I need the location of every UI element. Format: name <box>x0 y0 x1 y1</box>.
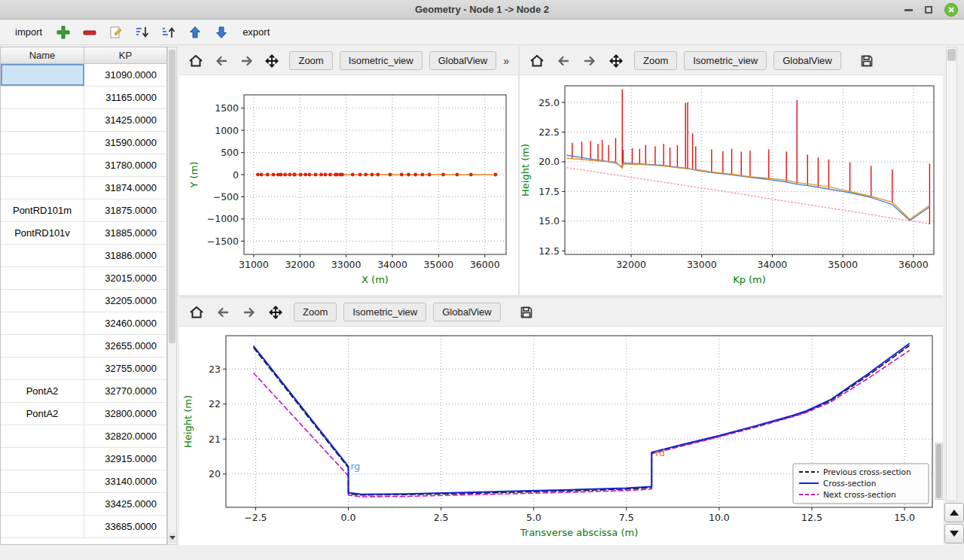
pan-button[interactable] <box>264 302 287 322</box>
cell-name[interactable] <box>1 177 84 199</box>
titlebar[interactable]: Geometry - Node 1 -> Node 2 ✕ <box>0 0 964 20</box>
scroll-down-button[interactable] <box>944 524 964 543</box>
cell-kp[interactable]: 32015.0000 <box>84 267 166 289</box>
cell-name[interactable] <box>1 493 84 515</box>
table-row[interactable]: 32755.0000 <box>1 358 166 380</box>
cell-kp[interactable]: 32655.0000 <box>84 335 166 357</box>
table-row[interactable]: 32915.0000 <box>1 448 166 470</box>
table-row[interactable]: 32820.0000 <box>1 425 166 448</box>
forward-button[interactable] <box>578 50 601 71</box>
cell-name[interactable] <box>1 132 84 154</box>
home-button[interactable] <box>185 50 207 71</box>
remove-row-button[interactable] <box>80 23 99 42</box>
cell-kp[interactable]: 32460.0000 <box>84 312 166 334</box>
sort-descending-button[interactable] <box>133 23 152 42</box>
pane-scrollbar-thumb[interactable] <box>936 444 941 498</box>
cell-kp[interactable]: 32915.0000 <box>84 448 166 470</box>
cell-kp[interactable]: 31590.0000 <box>84 132 166 154</box>
window-scrollbar-thumb[interactable] <box>947 49 956 61</box>
cell-name[interactable]: PontRD101m <box>1 199 84 221</box>
sort-ascending-button[interactable] <box>159 23 178 42</box>
cell-kp[interactable]: 31090.0000 <box>84 64 166 86</box>
cell-name[interactable] <box>1 267 84 289</box>
table-row[interactable]: 33685.0000 <box>1 516 166 538</box>
table-row[interactable]: 31780.0000 <box>1 154 166 177</box>
toolbar-overflow-button[interactable]: » <box>500 55 512 67</box>
table-row[interactable]: 33425.0000 <box>1 493 166 516</box>
cross-section-chart[interactable]: −2.50.02.55.07.510.012.515.020212223rgrd… <box>179 327 943 545</box>
isometric-view-button[interactable]: Isometric_view <box>343 303 426 321</box>
cell-kp[interactable]: 31885.0000 <box>84 222 166 244</box>
add-row-button[interactable] <box>53 23 73 42</box>
save-button[interactable] <box>856 50 878 71</box>
table-row[interactable]: 32015.0000 <box>1 267 166 290</box>
back-button[interactable] <box>211 50 233 71</box>
cell-kp[interactable]: 31875.0000 <box>84 199 166 221</box>
cell-name[interactable] <box>1 470 84 492</box>
cell-kp[interactable]: 31425.0000 <box>84 109 166 131</box>
cell-kp[interactable]: 31780.0000 <box>84 154 166 176</box>
table-row[interactable]: PontA232770.0000 <box>1 380 166 403</box>
profile-chart[interactable]: 320003300034000350003600012.515.017.520.… <box>520 75 943 295</box>
scroll-up-button[interactable] <box>944 503 964 522</box>
zoom-button[interactable]: Zoom <box>634 51 677 70</box>
pan-button[interactable] <box>605 50 627 71</box>
table-row[interactable]: 31590.0000 <box>1 132 166 154</box>
table-row[interactable]: 32655.0000 <box>1 335 166 358</box>
cell-name[interactable] <box>1 154 84 176</box>
cell-name[interactable]: PontA2 <box>1 403 84 425</box>
table-row[interactable]: 32205.0000 <box>1 290 166 312</box>
cell-kp[interactable]: 31886.0000 <box>84 245 166 266</box>
table-row[interactable]: PontRD101v31885.0000 <box>1 222 166 245</box>
isometric-view-button[interactable]: Isometric_view <box>340 51 423 70</box>
cell-kp[interactable]: 33140.0000 <box>84 470 166 492</box>
global-view-button[interactable]: GlobalView <box>429 51 497 70</box>
cell-name[interactable] <box>1 335 84 357</box>
cell-kp[interactable]: 32800.0000 <box>84 403 166 425</box>
edit-button[interactable] <box>106 23 126 42</box>
cell-kp[interactable]: 33425.0000 <box>84 493 166 515</box>
cell-kp[interactable]: 32770.0000 <box>84 380 166 402</box>
cell-kp[interactable]: 31874.0000 <box>84 177 166 199</box>
table-scrollbar-thumb[interactable] <box>169 50 175 343</box>
cell-name[interactable] <box>1 64 84 86</box>
cell-name[interactable]: PontA2 <box>1 380 84 402</box>
table-row[interactable]: 31874.0000 <box>1 177 166 199</box>
cell-name[interactable] <box>1 87 84 108</box>
plan-view-chart[interactable]: 310003200033000340003500036000−1500−1000… <box>179 75 518 295</box>
zoom-button[interactable]: Zoom <box>289 51 332 70</box>
forward-button[interactable] <box>236 50 258 71</box>
table-row[interactable]: PontRD101m31875.0000 <box>1 199 166 222</box>
cell-kp[interactable]: 32755.0000 <box>84 358 166 379</box>
cell-name[interactable] <box>1 358 84 379</box>
cell-name[interactable] <box>1 425 84 447</box>
back-button[interactable] <box>212 302 234 322</box>
table-row[interactable]: PontA232800.0000 <box>1 403 166 425</box>
table-row[interactable]: 31165.0000 <box>1 87 166 109</box>
cell-kp[interactable]: 32205.0000 <box>84 290 166 312</box>
table-row[interactable]: 31090.0000 <box>1 64 166 87</box>
column-header-name[interactable]: Name <box>1 47 84 63</box>
table-scroll-down-button[interactable] <box>169 533 175 543</box>
forward-button[interactable] <box>238 302 261 322</box>
cell-kp[interactable]: 33685.0000 <box>84 516 166 537</box>
back-button[interactable] <box>552 50 575 71</box>
cell-kp[interactable]: 32820.0000 <box>84 425 166 447</box>
cell-name[interactable] <box>1 290 84 312</box>
move-up-button[interactable] <box>185 23 205 42</box>
window-scrollbar[interactable] <box>946 47 957 501</box>
cell-name[interactable] <box>1 245 84 266</box>
table-scrollbar[interactable] <box>167 47 177 545</box>
table-row[interactable]: 31886.0000 <box>1 245 166 267</box>
isometric-view-button[interactable]: Isometric_view <box>684 51 767 70</box>
import-button[interactable]: import <box>11 24 47 40</box>
export-button[interactable]: export <box>238 24 274 40</box>
home-button[interactable] <box>185 302 208 322</box>
cell-kp[interactable]: 31165.0000 <box>84 87 166 108</box>
table-row[interactable]: 31425.0000 <box>1 109 166 132</box>
close-button[interactable]: ✕ <box>944 3 958 17</box>
pan-button[interactable] <box>261 50 283 71</box>
save-button[interactable] <box>515 302 538 322</box>
table-row[interactable]: 33140.0000 <box>1 470 166 493</box>
cell-name[interactable] <box>1 448 84 470</box>
